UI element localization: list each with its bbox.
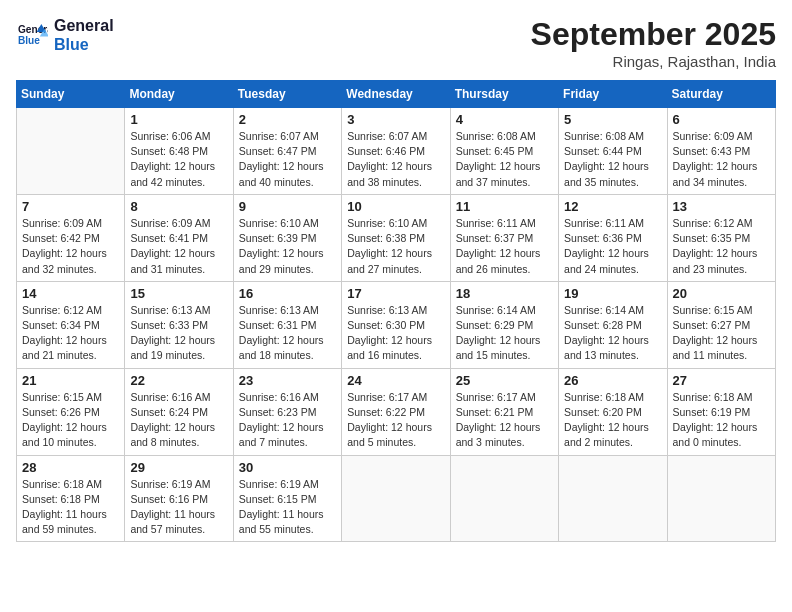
day-number: 8: [130, 199, 227, 214]
calendar-cell: 17Sunrise: 6:13 AM Sunset: 6:30 PM Dayli…: [342, 281, 450, 368]
day-number: 3: [347, 112, 444, 127]
calendar-cell: 24Sunrise: 6:17 AM Sunset: 6:22 PM Dayli…: [342, 368, 450, 455]
day-number: 30: [239, 460, 336, 475]
day-number: 9: [239, 199, 336, 214]
day-number: 24: [347, 373, 444, 388]
day-number: 10: [347, 199, 444, 214]
calendar-cell: 21Sunrise: 6:15 AM Sunset: 6:26 PM Dayli…: [17, 368, 125, 455]
calendar-header-sunday: Sunday: [17, 81, 125, 108]
calendar-week-1: 1Sunrise: 6:06 AM Sunset: 6:48 PM Daylig…: [17, 108, 776, 195]
day-info: Sunrise: 6:10 AM Sunset: 6:38 PM Dayligh…: [347, 216, 444, 277]
calendar-cell: 12Sunrise: 6:11 AM Sunset: 6:36 PM Dayli…: [559, 194, 667, 281]
calendar-cell: [17, 108, 125, 195]
day-info: Sunrise: 6:13 AM Sunset: 6:33 PM Dayligh…: [130, 303, 227, 364]
calendar-cell: 19Sunrise: 6:14 AM Sunset: 6:28 PM Dayli…: [559, 281, 667, 368]
calendar-cell: 1Sunrise: 6:06 AM Sunset: 6:48 PM Daylig…: [125, 108, 233, 195]
calendar-cell: [559, 455, 667, 542]
calendar-header-friday: Friday: [559, 81, 667, 108]
day-info: Sunrise: 6:12 AM Sunset: 6:35 PM Dayligh…: [673, 216, 770, 277]
day-info: Sunrise: 6:09 AM Sunset: 6:41 PM Dayligh…: [130, 216, 227, 277]
day-info: Sunrise: 6:15 AM Sunset: 6:27 PM Dayligh…: [673, 303, 770, 364]
calendar-header-saturday: Saturday: [667, 81, 775, 108]
day-number: 22: [130, 373, 227, 388]
calendar-header-wednesday: Wednesday: [342, 81, 450, 108]
month-title: September 2025: [531, 16, 776, 53]
svg-text:Blue: Blue: [18, 36, 40, 47]
day-info: Sunrise: 6:12 AM Sunset: 6:34 PM Dayligh…: [22, 303, 119, 364]
day-info: Sunrise: 6:10 AM Sunset: 6:39 PM Dayligh…: [239, 216, 336, 277]
day-info: Sunrise: 6:09 AM Sunset: 6:42 PM Dayligh…: [22, 216, 119, 277]
day-info: Sunrise: 6:11 AM Sunset: 6:37 PM Dayligh…: [456, 216, 553, 277]
calendar-cell: [667, 455, 775, 542]
day-number: 21: [22, 373, 119, 388]
day-number: 16: [239, 286, 336, 301]
day-info: Sunrise: 6:11 AM Sunset: 6:36 PM Dayligh…: [564, 216, 661, 277]
day-number: 7: [22, 199, 119, 214]
day-info: Sunrise: 6:13 AM Sunset: 6:30 PM Dayligh…: [347, 303, 444, 364]
calendar-cell: 25Sunrise: 6:17 AM Sunset: 6:21 PM Dayli…: [450, 368, 558, 455]
day-number: 17: [347, 286, 444, 301]
day-info: Sunrise: 6:07 AM Sunset: 6:47 PM Dayligh…: [239, 129, 336, 190]
location-subtitle: Ringas, Rajasthan, India: [531, 53, 776, 70]
logo-line2: Blue: [54, 35, 114, 54]
logo-line1: General: [54, 16, 114, 35]
day-info: Sunrise: 6:08 AM Sunset: 6:45 PM Dayligh…: [456, 129, 553, 190]
calendar-week-3: 14Sunrise: 6:12 AM Sunset: 6:34 PM Dayli…: [17, 281, 776, 368]
day-number: 14: [22, 286, 119, 301]
calendar-week-4: 21Sunrise: 6:15 AM Sunset: 6:26 PM Dayli…: [17, 368, 776, 455]
day-info: Sunrise: 6:14 AM Sunset: 6:29 PM Dayligh…: [456, 303, 553, 364]
logo-icon: General Blue: [16, 21, 48, 49]
logo: General Blue General Blue: [16, 16, 114, 54]
calendar-cell: 4Sunrise: 6:08 AM Sunset: 6:45 PM Daylig…: [450, 108, 558, 195]
day-info: Sunrise: 6:09 AM Sunset: 6:43 PM Dayligh…: [673, 129, 770, 190]
day-number: 26: [564, 373, 661, 388]
calendar-cell: 11Sunrise: 6:11 AM Sunset: 6:37 PM Dayli…: [450, 194, 558, 281]
page-header: General Blue General Blue September 2025…: [16, 16, 776, 70]
day-info: Sunrise: 6:14 AM Sunset: 6:28 PM Dayligh…: [564, 303, 661, 364]
calendar-table: SundayMondayTuesdayWednesdayThursdayFrid…: [16, 80, 776, 542]
calendar-cell: 16Sunrise: 6:13 AM Sunset: 6:31 PM Dayli…: [233, 281, 341, 368]
calendar-cell: 9Sunrise: 6:10 AM Sunset: 6:39 PM Daylig…: [233, 194, 341, 281]
day-info: Sunrise: 6:08 AM Sunset: 6:44 PM Dayligh…: [564, 129, 661, 190]
day-info: Sunrise: 6:17 AM Sunset: 6:22 PM Dayligh…: [347, 390, 444, 451]
day-info: Sunrise: 6:15 AM Sunset: 6:26 PM Dayligh…: [22, 390, 119, 451]
calendar-cell: 28Sunrise: 6:18 AM Sunset: 6:18 PM Dayli…: [17, 455, 125, 542]
day-number: 15: [130, 286, 227, 301]
day-number: 12: [564, 199, 661, 214]
calendar-header-tuesday: Tuesday: [233, 81, 341, 108]
day-info: Sunrise: 6:07 AM Sunset: 6:46 PM Dayligh…: [347, 129, 444, 190]
day-info: Sunrise: 6:19 AM Sunset: 6:15 PM Dayligh…: [239, 477, 336, 538]
calendar-cell: 3Sunrise: 6:07 AM Sunset: 6:46 PM Daylig…: [342, 108, 450, 195]
calendar-cell: 18Sunrise: 6:14 AM Sunset: 6:29 PM Dayli…: [450, 281, 558, 368]
day-info: Sunrise: 6:06 AM Sunset: 6:48 PM Dayligh…: [130, 129, 227, 190]
day-number: 25: [456, 373, 553, 388]
calendar-cell: 14Sunrise: 6:12 AM Sunset: 6:34 PM Dayli…: [17, 281, 125, 368]
calendar-cell: 7Sunrise: 6:09 AM Sunset: 6:42 PM Daylig…: [17, 194, 125, 281]
day-number: 6: [673, 112, 770, 127]
calendar-header-monday: Monday: [125, 81, 233, 108]
calendar-cell: 13Sunrise: 6:12 AM Sunset: 6:35 PM Dayli…: [667, 194, 775, 281]
calendar-cell: [450, 455, 558, 542]
calendar-cell: 30Sunrise: 6:19 AM Sunset: 6:15 PM Dayli…: [233, 455, 341, 542]
calendar-cell: 10Sunrise: 6:10 AM Sunset: 6:38 PM Dayli…: [342, 194, 450, 281]
calendar-cell: 20Sunrise: 6:15 AM Sunset: 6:27 PM Dayli…: [667, 281, 775, 368]
calendar-cell: 2Sunrise: 6:07 AM Sunset: 6:47 PM Daylig…: [233, 108, 341, 195]
day-number: 2: [239, 112, 336, 127]
calendar-header-thursday: Thursday: [450, 81, 558, 108]
day-number: 11: [456, 199, 553, 214]
calendar-week-2: 7Sunrise: 6:09 AM Sunset: 6:42 PM Daylig…: [17, 194, 776, 281]
day-info: Sunrise: 6:16 AM Sunset: 6:23 PM Dayligh…: [239, 390, 336, 451]
day-number: 23: [239, 373, 336, 388]
calendar-cell: 27Sunrise: 6:18 AM Sunset: 6:19 PM Dayli…: [667, 368, 775, 455]
day-number: 5: [564, 112, 661, 127]
day-number: 29: [130, 460, 227, 475]
day-number: 27: [673, 373, 770, 388]
calendar-cell: 8Sunrise: 6:09 AM Sunset: 6:41 PM Daylig…: [125, 194, 233, 281]
calendar-cell: 26Sunrise: 6:18 AM Sunset: 6:20 PM Dayli…: [559, 368, 667, 455]
day-info: Sunrise: 6:18 AM Sunset: 6:18 PM Dayligh…: [22, 477, 119, 538]
day-info: Sunrise: 6:18 AM Sunset: 6:20 PM Dayligh…: [564, 390, 661, 451]
day-number: 18: [456, 286, 553, 301]
calendar-week-5: 28Sunrise: 6:18 AM Sunset: 6:18 PM Dayli…: [17, 455, 776, 542]
calendar-cell: 29Sunrise: 6:19 AM Sunset: 6:16 PM Dayli…: [125, 455, 233, 542]
calendar-cell: [342, 455, 450, 542]
